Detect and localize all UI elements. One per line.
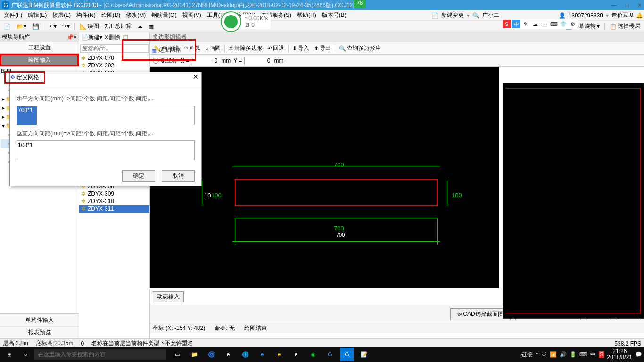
ime-lang[interactable]: 中 [512, 20, 520, 28]
tray-keyboard-icon[interactable]: ⌨ [579, 351, 587, 358]
dynamic-input-button[interactable]: 动态输入 [153, 291, 184, 302]
app-icon: G [2, 1, 9, 9]
select-floor-button[interactable]: 📋选择楼层 [608, 22, 642, 31]
draw-input-section[interactable]: 绘图输入 [0, 54, 79, 66]
menu-version[interactable]: 版本号(B) [319, 11, 349, 19]
phone-label[interactable]: 13907298339 [569, 12, 603, 19]
browser-icon[interactable]: 🌐 [239, 348, 252, 361]
polygon-lib-button[interactable]: 🔍查询多边形库 [337, 43, 383, 53]
y-input[interactable] [244, 57, 272, 65]
dialog-cancel-button[interactable]: 取消 [162, 170, 195, 182]
list-item[interactable]: ✲ZDYX-310 [79, 197, 149, 205]
list-item[interactable]: ✲ZDYX-311 [79, 205, 149, 213]
edge-icon[interactable]: e [222, 348, 235, 361]
overview-canvas[interactable] [503, 83, 644, 319]
dialog-title: ✥ 定义网格 [4, 71, 45, 84]
tray-sogou-icon[interactable]: S [599, 351, 604, 358]
app1-icon[interactable]: 🌀 [205, 348, 218, 361]
dim-left-green: 100 [211, 192, 222, 199]
g-icon[interactable]: G [323, 348, 337, 361]
del-comp-button[interactable]: ✕删除 [104, 33, 120, 41]
dimline-left [202, 180, 202, 206]
cloud-check-icon[interactable]: ☁ [135, 23, 145, 30]
cortana-icon[interactable]: ○ [18, 348, 33, 361]
pane-title: 模块导航栏 📌 × [0, 32, 79, 42]
new-comp-button[interactable]: 📄新建▾ [81, 33, 102, 41]
note-icon[interactable]: 📝 [357, 348, 371, 361]
horizontal-input[interactable]: <span></span> [17, 106, 195, 125]
maximize-button[interactable]: □ [626, 2, 629, 8]
menu-help[interactable]: 帮助(H) [294, 11, 319, 19]
tray-net-icon[interactable]: 📶 [550, 351, 557, 358]
menu-rebar[interactable]: 钢筋量(Q) [149, 11, 179, 19]
new-file-icon[interactable]: 📄 [2, 23, 13, 30]
from-cad-button[interactable]: 从CAD选择截面图 [450, 308, 510, 320]
gear-icon: ✲ [81, 55, 86, 61]
tray-link[interactable]: 链接 [521, 351, 533, 359]
ggj-icon[interactable]: G [340, 348, 354, 361]
coord-toolbar: 极坐标 X = mm Y = mm [150, 55, 644, 67]
menu-floor[interactable]: 楼层(L) [50, 11, 74, 19]
project-settings-button[interactable]: 工程设置 [0, 42, 79, 54]
ime-kbd-icon[interactable]: ⌨ [550, 20, 558, 28]
menu-file[interactable]: 文件(F) [1, 11, 25, 19]
ime-gear-icon[interactable]: ⚙ [569, 20, 577, 28]
menu-edit[interactable]: 编辑(E) [25, 11, 50, 19]
pin-icon[interactable]: 📌 [66, 34, 74, 41]
dim-right: 100 [452, 192, 462, 199]
grid-icon[interactable]: ▦ [147, 23, 156, 30]
clear-polygon-button[interactable]: ✕清除多边形 [227, 43, 264, 53]
draw-button[interactable]: 📐绘图 [78, 22, 101, 31]
cmd-readout: 命令: 无 [215, 324, 235, 332]
single-input-button[interactable]: 单构件输入 [0, 314, 79, 326]
save-icon[interactable]: 💾 [30, 23, 41, 30]
menu-draw[interactable]: 绘图(D) [99, 11, 124, 19]
ie-yellow-icon[interactable]: e [272, 348, 286, 361]
import-button[interactable]: ⬇导入 [290, 43, 311, 53]
list-item[interactable]: ✲ZDYX-309 [79, 190, 149, 197]
new-change-button[interactable]: 新建变更 [441, 11, 464, 19]
tray-up-icon[interactable]: ^ [536, 351, 538, 358]
folder-icon[interactable]: 📁 [188, 348, 201, 361]
360-icon[interactable]: ◉ [306, 348, 320, 361]
undo-icon[interactable]: ↶▾ [47, 23, 58, 30]
list-item[interactable]: ✲ZDYX-292 [79, 62, 149, 69]
tray-shield-icon[interactable]: 🛡 [541, 351, 547, 358]
pane-close-icon[interactable]: × [74, 34, 77, 41]
export-button[interactable]: ⬆导出 [312, 43, 333, 53]
menu-modify[interactable]: 修改(M) [123, 11, 149, 19]
drawing-canvas[interactable]: 700 10 100 100 700 700 [150, 67, 499, 288]
taskbar-search-input[interactable] [34, 349, 166, 360]
report-preview-button[interactable]: 报表预览 [0, 326, 79, 338]
define-grid-button[interactable]: 定义网格 [158, 46, 181, 54]
open-file-icon[interactable]: 📂▾ [15, 23, 28, 30]
ime-skin-icon[interactable]: 👕 [559, 20, 568, 28]
search-icon[interactable]: 🔍 [472, 12, 479, 19]
tray-battery-icon[interactable]: 🔋 [570, 351, 577, 358]
bell-icon[interactable]: 🔔 [636, 12, 643, 19]
ime-pen-icon[interactable]: ✎ [521, 20, 530, 28]
menu-component[interactable]: 构件(N) [74, 11, 99, 19]
dialog-ok-button[interactable]: 确定 [122, 170, 155, 182]
redo-icon[interactable]: ↷▾ [60, 23, 72, 30]
sum-button[interactable]: Σ 汇总计算 [103, 22, 133, 31]
tray-ime-icon[interactable]: 中 [590, 351, 596, 359]
minimize-button[interactable]: — [611, 2, 617, 8]
undo-polygon-button[interactable]: ↶回退 [265, 43, 286, 53]
ime-box-icon[interactable]: ⬚ [540, 20, 549, 28]
ie-outline-icon[interactable]: e [289, 348, 303, 361]
ie-blue-icon[interactable]: e [256, 348, 269, 361]
start-button[interactable]: ⊞ [2, 348, 17, 361]
vertical-label: 垂直方向间距(mm)=>间距*个数,间距,间距*个数,间距,... [17, 130, 195, 138]
network-widget[interactable] [221, 11, 241, 32]
ime-cloud-icon[interactable]: ☁ [531, 20, 539, 28]
dialog-close-icon[interactable]: ✕ [193, 73, 198, 86]
tray-notifications-icon[interactable]: 💬 [635, 351, 642, 358]
menu-view[interactable]: 视图(V) [180, 11, 204, 19]
ime-toolbar[interactable]: S 中 ✎ ☁ ⬚ ⌨ 👕 ⚙ [502, 19, 578, 29]
draw-circle-button[interactable]: ○画圆 [203, 43, 223, 53]
close-button[interactable]: ✕ [637, 2, 642, 8]
tray-vol-icon[interactable]: 🔊 [560, 351, 567, 358]
vertical-input[interactable] [17, 140, 195, 160]
taskview-icon[interactable]: ▭ [171, 348, 184, 361]
